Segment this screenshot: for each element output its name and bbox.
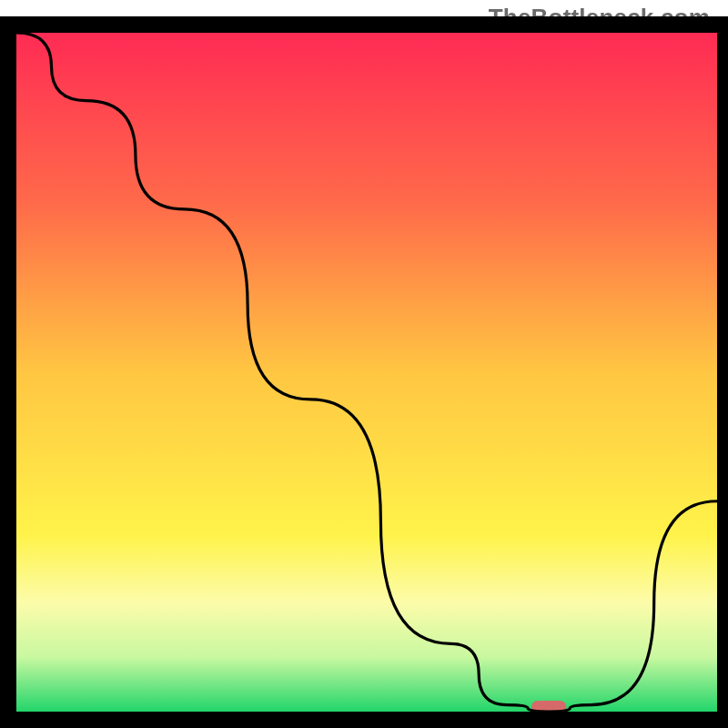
gradient-background (16, 33, 717, 712)
bottleneck-chart (0, 0, 728, 728)
chart-frame: TheBottleneck.com (0, 0, 728, 728)
